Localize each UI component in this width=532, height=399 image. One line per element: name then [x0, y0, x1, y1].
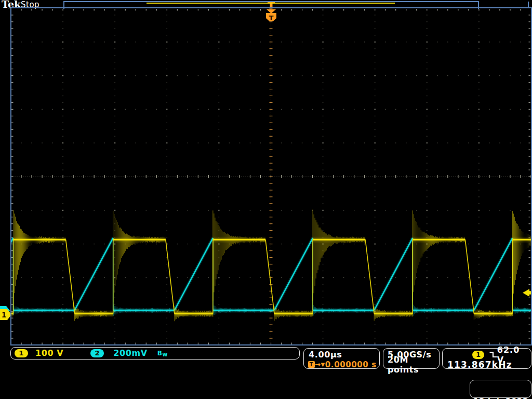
- record-view-waveform-line: [147, 3, 395, 4]
- timebase-scale: 4.00µs: [309, 350, 342, 360]
- falling-edge-icon: [489, 351, 497, 358]
- trigger-position-icon: T: [308, 361, 315, 368]
- ch2-scale-readout: 200mV: [113, 348, 147, 358]
- channel-readout-box[interactable]: 1 100 V 2 200mV BW: [10, 347, 300, 360]
- trigger-frequency-readout: 113.867kHz: [447, 360, 512, 370]
- ch1-scale-readout: 100 V: [35, 348, 63, 358]
- oscilloscope-screen: 1T Tek Stop 1 100 V 2 200mV BW 4.00µs T …: [0, 0, 532, 399]
- record-length: 20M points: [388, 355, 439, 375]
- ch2-badge[interactable]: 2: [90, 349, 104, 357]
- acquisition-readout-box[interactable]: 5.00GS/s 20M points: [383, 348, 440, 369]
- trigger-marker-glyph: ▼: [321, 362, 325, 367]
- trigger-position-readout: 0.000000 s: [325, 360, 377, 369]
- datetime-box: 13 Jul 2023 11:28:28: [470, 380, 531, 398]
- ch1-badge[interactable]: 1: [15, 349, 28, 357]
- trigger-source-badge: 1: [472, 351, 484, 359]
- trigger-readout-box[interactable]: 1 62.0 V 113.867kHz: [442, 348, 531, 369]
- trigger-arrow-glyph: →: [315, 361, 321, 368]
- bandwidth-limit-icon: B: [157, 350, 163, 357]
- svg-text:1: 1: [2, 311, 7, 319]
- horizontal-readout-box[interactable]: 4.00µs T → ▼ 0.000000 s: [303, 348, 380, 369]
- bandwidth-limit-sub: W: [163, 352, 168, 357]
- graticule-border: [10, 7, 532, 345]
